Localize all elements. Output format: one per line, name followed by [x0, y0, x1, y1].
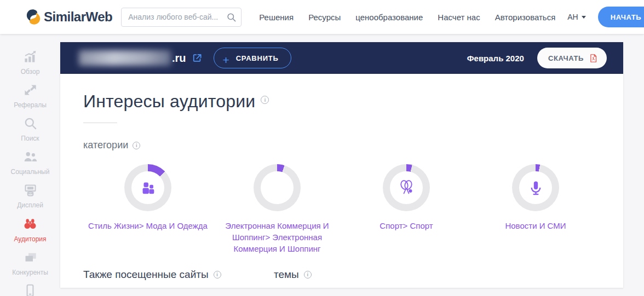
title-underline: [83, 123, 117, 123]
mobile-phone-icon: [23, 283, 37, 296]
nav-link-login[interactable]: Авторизоваться: [495, 13, 556, 22]
download-button-label: СКАЧАТЬ: [548, 54, 584, 62]
donut-chart: [383, 164, 430, 211]
sidebar-item-label: Аудитория: [14, 235, 46, 243]
lower-sections: Также посещенные сайты темы: [83, 269, 600, 281]
info-icon[interactable]: [133, 142, 140, 149]
sidebar-item-display[interactable]: Дисплей: [0, 183, 60, 209]
top-navbar: SimilarWeb Решения Ресурсы ценообразован…: [0, 0, 644, 34]
info-icon[interactable]: [214, 271, 221, 278]
content-card: .ru СРАВНИТЬ Февраль 2020 СКАЧАТЬ: [60, 42, 623, 288]
overview-chart-icon: [23, 49, 38, 66]
site-search-input[interactable]: [121, 8, 242, 27]
category-card-news: Новости И СМИ: [471, 164, 600, 254]
page-body: Обзор Рефералы Поиск: [0, 34, 644, 296]
similarweb-logo[interactable]: SimilarWeb: [25, 9, 112, 25]
download-button[interactable]: СКАЧАТЬ: [537, 48, 607, 68]
topics-label-text: темы: [274, 269, 299, 281]
also-visited-label-text: Также посещенные сайты: [83, 269, 209, 281]
category-link[interactable]: Электронная Коммерция И Шоппинг> Электро…: [215, 220, 340, 254]
nav-link-about[interactable]: Насчет нас: [438, 13, 480, 22]
nav-link-solutions[interactable]: Решения: [259, 13, 294, 22]
sidebar-item-mobile-apps[interactable]: Мобильные Приложения: [0, 283, 60, 296]
donut-chart: [254, 164, 301, 211]
site-header-right: Февраль 2020 СКАЧАТЬ: [467, 48, 607, 68]
sidebar-item-label: Социальный: [11, 168, 50, 176]
referrals-arrows-icon: [23, 83, 38, 100]
sidebar-item-social[interactable]: Социальный: [0, 149, 60, 176]
sidebar-item-search[interactable]: Поиск: [0, 116, 60, 142]
sidebar-item-overview[interactable]: Обзор: [0, 49, 60, 76]
logo-text: SimilarWeb: [44, 9, 112, 25]
category-donuts: Стиль Жизни> Мода И Одежда Электронная К…: [83, 164, 600, 254]
sidebar-item-label: Рефералы: [14, 101, 47, 109]
language-label: АН: [567, 13, 578, 21]
category-card-lifestyle: Стиль Жизни> Мода И Одежда: [83, 164, 212, 254]
sidebar-item-label: Конкуренты: [12, 269, 48, 276]
sidebar-nav: Обзор Рефералы Поиск: [0, 34, 60, 296]
external-link-icon[interactable]: [192, 53, 203, 63]
search-magnifier-icon: [23, 116, 38, 133]
chevron-down-icon: [582, 16, 586, 19]
page-title: Интересы аудитории: [83, 91, 255, 112]
donut-chart: [512, 164, 559, 211]
plus-icon: [223, 54, 230, 67]
report-period: Февраль 2020: [467, 54, 524, 63]
category-link[interactable]: Стиль Жизни> Мода И Одежда: [88, 220, 208, 231]
site-header-bar: .ru СРАВНИТЬ Февраль 2020 СКАЧАТЬ: [60, 42, 623, 74]
category-card-sports: Спорт> Спорт: [342, 164, 471, 254]
people-icon: [139, 178, 157, 197]
info-icon[interactable]: [261, 96, 269, 104]
site-search: [121, 8, 242, 27]
tennis-rackets-icon: [396, 178, 416, 198]
search-icon[interactable]: [226, 12, 237, 25]
categories-label-text: категории: [83, 140, 128, 151]
category-card-ecommerce: Электронная Коммерция И Шоппинг> Электро…: [212, 164, 342, 254]
start-button[interactable]: НАЧАТЬ: [598, 7, 644, 27]
info-icon[interactable]: [304, 271, 312, 278]
sidebar-item-label: Поиск: [21, 135, 39, 142]
category-link[interactable]: Спорт> Спорт: [380, 220, 433, 231]
topics-section-label: темы: [274, 269, 312, 281]
competitors-windows-icon: [23, 250, 38, 267]
similarweb-logo-icon: [25, 9, 42, 25]
categories-section-label: категории: [83, 140, 600, 151]
sidebar-item-label: Обзор: [21, 68, 40, 76]
domain-name-blurred: [79, 50, 171, 66]
nav-links: Решения Ресурсы ценообразование Насчет н…: [259, 13, 555, 22]
sidebar-item-audience[interactable]: Аудитория: [0, 216, 60, 243]
compare-button[interactable]: СРАВНИТЬ: [214, 48, 291, 68]
social-people-icon: [23, 149, 38, 166]
sidebar-item-competitors[interactable]: Конкуренты: [0, 250, 60, 276]
also-visited-section-label: Также посещенные сайты: [83, 269, 274, 281]
compare-button-label: СРАВНИТЬ: [236, 54, 279, 62]
audience-binoculars-icon: [22, 216, 38, 234]
display-ad-icon: [23, 183, 38, 200]
audience-interests-section: Интересы аудитории категории: [60, 91, 623, 281]
domain-suffix: .ru: [172, 52, 186, 65]
pdf-icon: [589, 54, 598, 63]
sidebar-item-referrals[interactable]: Рефералы: [0, 83, 60, 109]
donut-chart: [124, 164, 171, 211]
sidebar-item-label: Дисплей: [17, 201, 43, 209]
language-selector[interactable]: АН: [567, 13, 585, 21]
microphone-icon: [527, 179, 545, 197]
nav-link-pricing[interactable]: ценообразование: [355, 13, 423, 22]
category-link[interactable]: Новости И СМИ: [505, 220, 566, 231]
nav-link-resources[interactable]: Ресурсы: [308, 13, 341, 22]
